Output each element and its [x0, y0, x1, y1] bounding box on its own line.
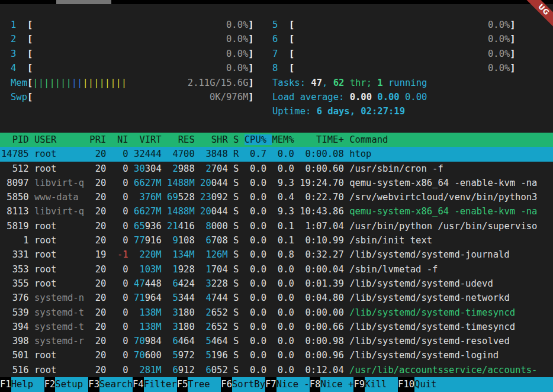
cell-res: 21 — [167, 221, 178, 232]
cell-mem: 0.0 — [272, 365, 294, 375]
cell-cpu: 0.0 — [245, 264, 266, 275]
cell-state: S — [233, 192, 239, 203]
fkey-f10[interactable]: F10Quit — [398, 377, 448, 392]
cpu-meter-label: 1 — [11, 20, 27, 30]
cell-cpu: 0.0 — [245, 178, 266, 188]
fkey-f3[interactable]: F3Search — [88, 377, 133, 392]
cell-ni: 0 — [112, 278, 128, 289]
cell-cpu: 0.0 — [245, 192, 266, 203]
cell-res: 2 — [172, 163, 178, 174]
cell-shr: 20 — [200, 206, 211, 217]
cell-res: 1 — [172, 264, 178, 275]
fkey-label: F9 — [353, 377, 365, 392]
process-table: PID USER PRI NI VIRT RES SHR S CPU% MEM%… — [0, 133, 553, 377]
cell-pid: 5819 — [1, 221, 29, 232]
cell-command: /usr/sbin/cron -f — [349, 163, 443, 174]
process-row-331[interactable]: 331 root 19 -1 220M 134M 126M S 0.0 0.8 … — [0, 248, 553, 262]
process-row-8097[interactable]: 8097 libvirt-q 20 0 6627M 1488M 20044 S … — [0, 176, 553, 190]
cell-mem: 9.3 — [272, 178, 294, 188]
cpu-meter-label: 3 — [11, 49, 27, 59]
process-row-501[interactable]: 501 root 20 0 70600 5972 5196 S 0.0 0.0 … — [0, 348, 553, 362]
fkey-f9[interactable]: F9Kill — [353, 377, 398, 392]
process-row-355[interactable]: 355 root 20 0 47448 6424 3228 S 0.0 0.0 … — [0, 277, 553, 291]
cell-virt: 6627M — [134, 178, 162, 188]
cell-command: /lib/systemd/systemd-journald — [349, 249, 510, 260]
cell-shr: 8 — [205, 221, 211, 232]
cell-shr: 4 — [205, 293, 211, 303]
fkey-f2[interactable]: F2Setup — [44, 377, 89, 392]
cpu-meter-value: 0.0% — [488, 63, 510, 73]
fkey-label: F3 — [88, 377, 99, 392]
fkey-f5[interactable]: F5Tree — [177, 377, 221, 392]
col-time: TIME+ — [300, 134, 344, 145]
cell-time: 10:43.86 — [300, 206, 344, 217]
process-row-394[interactable]: 394 systemd-t 20 0 138M 3180 2652 S 0.0 … — [0, 320, 553, 334]
process-row-14785[interactable]: 14785 root 20 0 32444 4700 3848 R 0.7 0.… — [0, 147, 553, 161]
cell-time: 0:00.04 — [300, 264, 344, 275]
cell-ni: 0 — [112, 264, 128, 275]
cell-pri: 20 — [89, 163, 106, 174]
fkey-f8[interactable]: F8Nice + — [310, 377, 354, 392]
fkey-label: F2 — [44, 377, 56, 392]
fkey-f4[interactable]: F4Filter — [133, 377, 177, 392]
cell-shr: 3 — [205, 278, 211, 289]
cell-pri: 20 — [89, 264, 106, 275]
col-user: USER — [34, 134, 84, 145]
cell-pid: 516 — [1, 365, 29, 375]
cell-pri: 20 — [89, 307, 106, 318]
cell-mem: 0.0 — [272, 149, 294, 159]
cell-virt: 281M — [139, 365, 161, 375]
process-row-1[interactable]: 1 root 20 0 77916 9108 6708 S 0.0 0.1 0:… — [0, 233, 553, 248]
cpu-meter-label: 2 — [11, 34, 27, 44]
fkey-action: Help — [11, 377, 44, 392]
process-row-539[interactable]: 539 systemd-t 20 0 138M 3180 2652 S 0.0 … — [0, 306, 553, 320]
cell-ni: 0 — [112, 336, 128, 346]
fkey-f7[interactable]: F7Nice - — [265, 377, 310, 392]
cell-time: 0:00.08 — [300, 149, 344, 159]
fkey-f6[interactable]: F6SortBy — [221, 377, 265, 392]
cpu-meter-label: 6 — [272, 34, 289, 44]
process-row-353[interactable]: 353 root 20 0 103M 1928 1704 S 0.0 0.0 0… — [0, 262, 553, 277]
process-row-398[interactable]: 398 systemd-r 20 0 70984 6464 5464 S 0.0… — [0, 334, 553, 348]
process-row-5850[interactable]: 5850 www-data 20 0 376M 69528 23092 S 0.… — [0, 190, 553, 204]
cell-command: /lib/systemd/systemd-timesyncd — [349, 307, 515, 318]
cell-command: /lib/systemd/systemd-udevd — [349, 278, 493, 289]
mem-meter-value: 2.11G/15.6G — [188, 78, 249, 88]
cell-pri: 20 — [89, 206, 106, 217]
cell-cpu: 0.0 — [245, 350, 266, 361]
cell-shr: 20 — [200, 178, 211, 188]
fkey-label: F4 — [133, 377, 144, 392]
cell-pid: 353 — [1, 264, 29, 275]
cell-res: 3 — [172, 307, 178, 318]
process-row-8113[interactable]: 8113 libvirt-q 20 0 6627M 1488M 20044 S … — [0, 204, 553, 219]
cell-cpu: 0.0 — [245, 293, 266, 303]
cpu-meter-label: 7 — [272, 49, 289, 59]
cell-shr: 23 — [200, 192, 211, 203]
swp-meter-label: Swp — [11, 92, 27, 102]
fkey-f1[interactable]: F1Help — [0, 377, 44, 392]
cell-command: qemu-system-x86_64 -enable-kvm -na — [349, 178, 537, 188]
cell-time: 0:10.99 — [300, 235, 344, 246]
process-row-516[interactable]: 516 root 20 0 281M 6912 6052 S 0.0 0.0 0… — [0, 363, 553, 377]
cell-shr: 6 — [205, 235, 211, 246]
cell-pri: 20 — [89, 350, 106, 361]
process-row-512[interactable]: 512 root 20 0 30304 2988 2704 S 0.0 0.0 … — [0, 162, 553, 176]
table-header-row[interactable]: PID USER PRI NI VIRT RES SHR S CPU% MEM%… — [0, 133, 553, 147]
process-row-5819[interactable]: 5819 root 20 0 65936 21416 8000 S 0.0 0.… — [0, 219, 553, 233]
cell-mem: 0.0 — [272, 350, 294, 361]
window-top-tab[interactable] — [56, 0, 111, 4]
cell-mem: 0.0 — [272, 307, 294, 318]
cell-pri: 20 — [89, 365, 106, 375]
process-row-376[interactable]: 376 systemd-n 20 0 71964 5344 4744 S 0.0… — [0, 291, 553, 305]
cell-pid: 376 — [1, 293, 29, 303]
fkey-action: Kill — [365, 377, 398, 392]
col-pid: PID — [1, 134, 29, 145]
cell-virt: 376M — [139, 192, 161, 203]
cell-command: /usr/lib/accountsservice/accounts- — [349, 365, 537, 375]
cell-res: 5 — [172, 350, 178, 361]
cell-shr: 126M — [205, 249, 227, 260]
cell-mem: 0.1 — [272, 235, 294, 246]
cell-pri: 20 — [89, 322, 106, 332]
cell-user: systemd-n — [34, 293, 84, 303]
cell-pid: 355 — [1, 278, 29, 289]
